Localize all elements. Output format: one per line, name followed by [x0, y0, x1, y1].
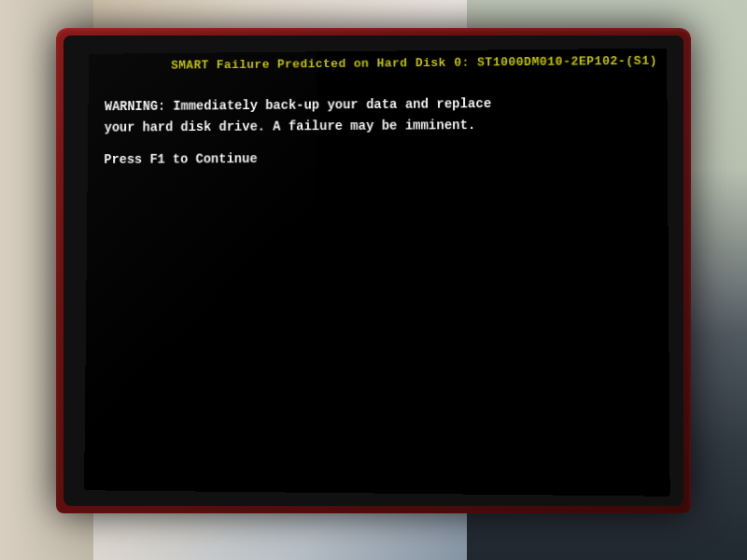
bios-press-continue: Press F1 to Continue [104, 147, 650, 170]
bios-body: WARNING: Immediately back-up your data a… [84, 77, 670, 497]
bios-screen: SMART Failure Predicted on Hard Disk 0: … [84, 49, 670, 497]
bios-warning-line1: WARNING: Immediately back-up your data a… [105, 93, 650, 117]
bios-header-text: SMART Failure Predicted on Hard Disk 0: … [98, 54, 658, 74]
bios-header-bar: SMART Failure Predicted on Hard Disk 0: … [89, 49, 667, 79]
monitor-bezel-outer: SMART Failure Predicted on Hard Disk 0: … [56, 28, 691, 513]
bios-press-text: Press F1 to Continue [104, 147, 650, 170]
monitor-screen: SMART Failure Predicted on Hard Disk 0: … [84, 49, 670, 497]
bios-warning-line2: your hard disk drive. A failure may be i… [105, 115, 651, 138]
bios-warning-block: WARNING: Immediately back-up your data a… [105, 93, 651, 138]
monitor-bezel-inner: SMART Failure Predicted on Hard Disk 0: … [63, 35, 684, 506]
